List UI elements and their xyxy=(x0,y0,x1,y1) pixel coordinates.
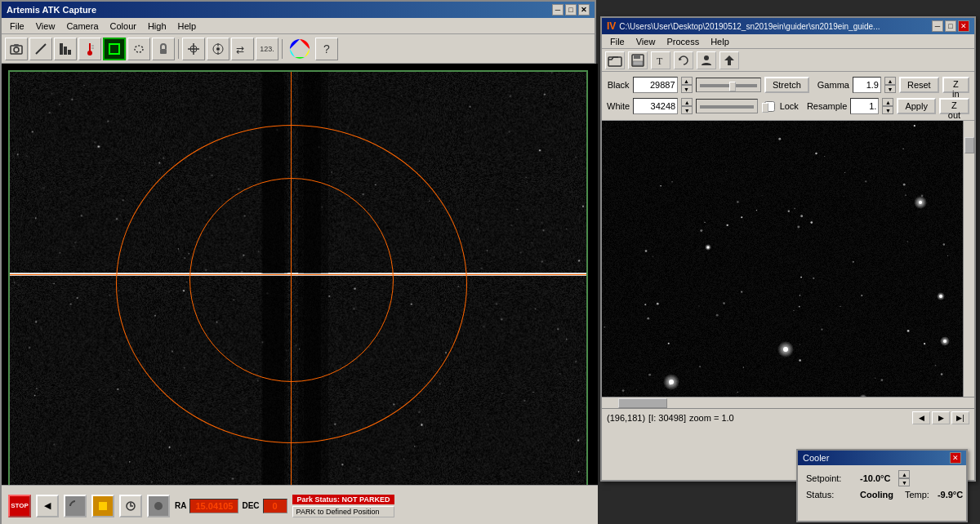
ra-panel: RA 15.04105 DEC 0 xyxy=(175,499,287,513)
circle-select-icon[interactable] xyxy=(127,38,150,60)
resample-spin-down[interactable]: ▼ xyxy=(882,106,893,114)
nav-btn-5[interactable] xyxy=(147,495,170,517)
viewer-arrow-icon[interactable] xyxy=(719,51,739,69)
menu-high[interactable]: High xyxy=(143,20,172,32)
white-spin-down[interactable]: ▼ xyxy=(681,106,693,114)
scrollbar-h-thumb[interactable] xyxy=(618,398,667,408)
help-icon[interactable]: ? xyxy=(315,38,338,60)
arrows-icon[interactable]: ⇄ xyxy=(231,38,254,60)
svg-text:⇄: ⇄ xyxy=(236,44,244,56)
scrollbar-right-thumb[interactable] xyxy=(964,137,974,153)
inner-circle xyxy=(189,178,394,382)
black-spin-down[interactable]: ▼ xyxy=(681,85,693,93)
temp-icon[interactable] xyxy=(78,38,101,60)
gamma-spinbox: ▲ ▼ xyxy=(884,77,896,93)
cooler-temp-value: -9.9°C xyxy=(938,490,963,500)
nav-btn-1[interactable]: ◀ xyxy=(36,495,59,517)
viewer-save-icon[interactable] xyxy=(628,51,648,69)
viewer-refresh-icon[interactable] xyxy=(674,51,693,69)
zout-button[interactable]: Z out xyxy=(939,98,969,114)
svg-rect-6 xyxy=(68,50,71,55)
viewer-title-text: C:\Users\User\Desktop\20190512_sn2019ein… xyxy=(619,22,880,31)
svg-rect-11 xyxy=(109,44,119,54)
atk-menu-bar: File View Camera Colour High Help xyxy=(2,18,595,34)
stop-button[interactable]: STOP xyxy=(8,495,31,517)
reset-button[interactable]: Reset xyxy=(899,77,939,93)
resample-spin-up[interactable]: ▲ xyxy=(882,98,893,106)
lock-icon[interactable] xyxy=(152,38,175,60)
ra-value: 15.04105 xyxy=(189,499,238,513)
gamma-spin-up[interactable]: ▲ xyxy=(884,77,896,85)
viewer-back-btn[interactable]: ◀ xyxy=(912,411,930,424)
viewer-scrollbar-right[interactable] xyxy=(963,121,974,397)
menu-camera[interactable]: Camera xyxy=(61,20,103,32)
atk-close-btn[interactable]: ✕ xyxy=(578,4,590,16)
nav-btn-2[interactable] xyxy=(64,495,87,517)
menu-colour[interactable]: Colour xyxy=(105,20,141,32)
cooler-setpoint-spin-up[interactable]: ▲ xyxy=(898,470,910,478)
tick-h4 xyxy=(426,274,433,275)
svg-rect-5 xyxy=(64,47,67,55)
viewer-menu-help[interactable]: Help xyxy=(706,36,734,47)
white-input[interactable] xyxy=(633,98,678,114)
viewer-nav-btns: ◀ ▶ ▶| xyxy=(912,411,969,424)
atk-minimize-btn[interactable]: ─ xyxy=(552,4,564,16)
bottom-controls: STOP ◀ RA 15.04105 DEC 0 Pa xyxy=(2,485,598,524)
toolbar-sep-2 xyxy=(282,39,283,59)
svg-point-18 xyxy=(216,47,220,51)
black-input[interactable] xyxy=(633,77,678,93)
viewer-text-icon[interactable]: T xyxy=(651,51,670,69)
lock-text: Lock xyxy=(780,101,799,111)
histogram-icon[interactable] xyxy=(54,38,77,60)
crosshair-vertical xyxy=(291,72,292,493)
viewer-menu-process[interactable]: Process xyxy=(662,36,704,47)
menu-file[interactable]: File xyxy=(5,20,29,32)
number-icon[interactable]: 123. xyxy=(256,38,278,60)
white-slider[interactable] xyxy=(696,99,758,113)
cooler-title-bar: Cooler ✕ xyxy=(798,451,966,465)
apply-button[interactable]: Apply xyxy=(897,98,936,114)
viewer-minimize-btn[interactable]: ─ xyxy=(932,20,943,32)
viewer-end-btn[interactable]: ▶| xyxy=(951,411,969,424)
viewer-close-btn[interactable]: ✕ xyxy=(958,20,969,32)
tick-v1 xyxy=(291,182,292,189)
viewer-person-icon[interactable] xyxy=(697,51,716,69)
black-slider[interactable] xyxy=(696,78,761,92)
white-spin-up[interactable]: ▲ xyxy=(681,98,693,106)
gamma-spin-down[interactable]: ▼ xyxy=(884,85,896,93)
atk-maximize-btn[interactable]: □ xyxy=(565,4,577,16)
svg-rect-27 xyxy=(608,57,621,66)
resample-input[interactable] xyxy=(850,98,879,114)
viewer-menu-view[interactable]: View xyxy=(631,36,661,47)
target-icon[interactable] xyxy=(207,38,229,60)
viewer-scrollbar-horizontal[interactable] xyxy=(602,397,974,408)
park-btn[interactable]: PARK to Defined Position xyxy=(292,506,395,517)
park-status-label: Park Status: NOT PARKED xyxy=(292,495,395,504)
park-panel: Park Status: NOT PARKED PARK to Defined … xyxy=(292,495,395,517)
viewer-open-icon[interactable] xyxy=(605,51,625,69)
stretch-button[interactable]: Stretch xyxy=(764,77,809,93)
viewer-maximize-btn[interactable]: □ xyxy=(945,20,956,32)
zin-button[interactable]: Z in xyxy=(942,77,969,93)
atk-window: Artemis ATK Capture ─ □ ✕ File View Came… xyxy=(0,0,596,524)
cooler-close-btn[interactable]: ✕ xyxy=(950,452,961,464)
nav-btn-3[interactable] xyxy=(91,495,114,517)
dec-value: 0 xyxy=(263,499,287,513)
camera-icon[interactable] xyxy=(5,38,28,60)
viewer-image-container xyxy=(602,121,974,397)
viewer-fwd-btn[interactable]: ▶ xyxy=(932,411,950,424)
nav-btn-4[interactable] xyxy=(119,495,142,517)
line-icon[interactable] xyxy=(29,38,52,60)
black-spin-up[interactable]: ▲ xyxy=(681,77,693,85)
lock-checkbox-label[interactable]: Lock xyxy=(764,101,799,112)
viewer-menu-file[interactable]: File xyxy=(605,36,630,47)
menu-help[interactable]: Help xyxy=(173,20,202,32)
square-select-icon[interactable] xyxy=(103,38,126,60)
menu-view[interactable]: View xyxy=(31,20,60,32)
color-wheel-icon[interactable] xyxy=(286,35,314,63)
gamma-input[interactable] xyxy=(853,77,881,93)
crosshair-icon[interactable] xyxy=(182,38,205,60)
cooler-temp-label: Temp: xyxy=(905,490,929,500)
cooler-setpoint-spin-down[interactable]: ▼ xyxy=(898,478,910,486)
svg-point-8 xyxy=(87,51,92,56)
